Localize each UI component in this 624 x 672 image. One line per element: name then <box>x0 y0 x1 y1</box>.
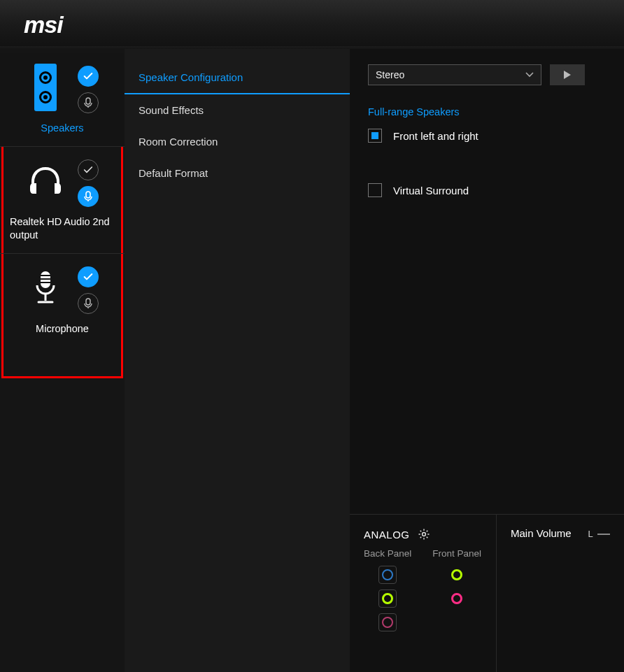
default-check-badge[interactable] <box>78 266 99 287</box>
svg-point-9 <box>422 533 425 536</box>
gear-icon <box>418 528 430 541</box>
analog-panel: ANALOG Back Panel Front Panel <box>350 515 497 672</box>
brand-logo: msi <box>24 11 63 38</box>
front-lr-label: Front left and right <box>393 130 478 142</box>
back-jack-3[interactable] <box>378 613 397 631</box>
default-check-badge[interactable] <box>78 159 99 180</box>
volume-panel: Main Volume L <box>497 515 624 672</box>
svg-rect-8 <box>86 299 90 305</box>
mic-icon <box>84 191 92 202</box>
speaker-icon <box>26 63 65 112</box>
analog-settings-button[interactable] <box>417 527 431 541</box>
device-microphone[interactable]: Microphone <box>0 254 125 347</box>
check-icon <box>83 71 94 82</box>
device-sidebar: Speakers Real <box>0 49 125 672</box>
virtual-surround-row[interactable]: Virtual Surround <box>368 183 606 197</box>
settings-tabs: Speaker Configuration Sound Effects Room… <box>125 49 350 672</box>
microphone-icon <box>26 264 65 313</box>
front-lr-row[interactable]: Front left and right <box>368 129 606 143</box>
tab-room-correction[interactable]: Room Correction <box>125 126 350 157</box>
volume-slider[interactable] <box>597 534 610 535</box>
virtual-surround-label: Virtual Surround <box>393 185 469 196</box>
chevron-down-icon <box>525 72 534 78</box>
back-panel-label: Back Panel <box>364 548 411 559</box>
check-icon <box>83 271 94 283</box>
back-jack-1[interactable] <box>378 566 397 584</box>
front-panel-column: Front Panel <box>432 548 481 637</box>
default-check-badge[interactable] <box>78 66 99 87</box>
play-icon <box>563 70 572 80</box>
comm-mic-badge[interactable] <box>78 293 99 314</box>
comm-mic-badge[interactable] <box>78 92 99 113</box>
device-label: Realtek HD Audio 2nd output <box>6 215 119 242</box>
virtual-surround-checkbox[interactable] <box>368 183 382 197</box>
test-play-button[interactable] <box>550 64 585 85</box>
device-label: Microphone <box>6 322 119 336</box>
device-label: Speakers <box>6 122 119 135</box>
tab-default-format[interactable]: Default Format <box>125 157 350 189</box>
main-volume-title: Main Volume <box>511 527 572 539</box>
speaker-mode-select[interactable]: Stereo <box>368 64 541 85</box>
comm-mic-badge[interactable] <box>78 186 99 207</box>
channel-indicator: L <box>588 529 593 539</box>
header: msi <box>0 0 624 49</box>
app-root: msi <box>0 0 624 672</box>
front-jack-2[interactable] <box>448 589 466 608</box>
back-jack-2[interactable] <box>378 589 397 608</box>
mic-icon <box>84 298 92 309</box>
device-speakers[interactable]: Speakers <box>0 53 125 147</box>
back-panel-column: Back Panel <box>364 548 411 637</box>
select-value: Stereo <box>376 69 404 80</box>
svg-rect-0 <box>86 98 90 104</box>
lower-panel: ANALOG Back Panel Front Panel <box>350 514 624 672</box>
front-panel-label: Front Panel <box>432 548 481 559</box>
section-full-range: Full-range Speakers <box>368 106 606 117</box>
check-icon <box>83 164 94 176</box>
analog-title: ANALOG <box>364 529 410 541</box>
svg-rect-1 <box>86 192 90 198</box>
headphones-icon <box>26 157 65 206</box>
device-realtek-2nd-output[interactable]: Realtek HD Audio 2nd output <box>0 147 125 254</box>
front-jack-1[interactable] <box>448 566 466 584</box>
front-lr-checkbox[interactable] <box>368 129 382 143</box>
mic-icon <box>84 97 92 108</box>
tab-speaker-configuration[interactable]: Speaker Configuration <box>125 62 350 94</box>
tab-sound-effects[interactable]: Sound Effects <box>125 94 350 126</box>
